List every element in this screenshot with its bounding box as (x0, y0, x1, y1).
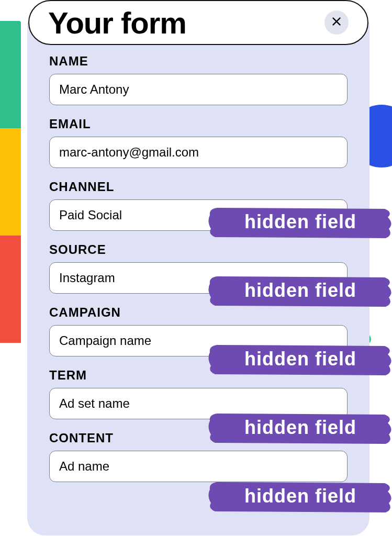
input-name[interactable] (49, 74, 348, 105)
form-title: Your form (48, 5, 186, 40)
close-button[interactable] (324, 10, 349, 35)
input-email[interactable] (49, 137, 348, 168)
bg-strip-yellow (0, 128, 21, 236)
label-content: CONTENT (49, 431, 348, 445)
field-source: SOURCE (49, 242, 348, 294)
label-campaign: CAMPAIGN (49, 305, 348, 320)
input-content[interactable] (49, 451, 348, 482)
field-term: TERM (49, 368, 348, 419)
input-term[interactable] (49, 388, 348, 419)
label-channel: CHANNEL (49, 180, 348, 194)
label-email: EMAIL (49, 117, 348, 131)
field-campaign: CAMPAIGN (49, 305, 348, 356)
close-icon (331, 16, 342, 29)
field-channel: CHANNEL (49, 180, 348, 231)
field-email: EMAIL (49, 117, 348, 168)
form-header: Your form (28, 0, 368, 45)
form-card: NAME EMAIL CHANNEL SOURCE CAMPAIGN TERM … (27, 23, 369, 535)
label-term: TERM (49, 368, 348, 383)
label-source: SOURCE (49, 242, 348, 257)
input-channel[interactable] (49, 199, 348, 231)
field-content: CONTENT (49, 431, 348, 482)
input-source[interactable] (49, 262, 348, 294)
field-name: NAME (49, 54, 348, 105)
bg-strip-red (0, 236, 21, 343)
input-campaign[interactable] (49, 325, 348, 356)
bg-strip-green (0, 21, 21, 128)
label-name: NAME (49, 54, 348, 69)
